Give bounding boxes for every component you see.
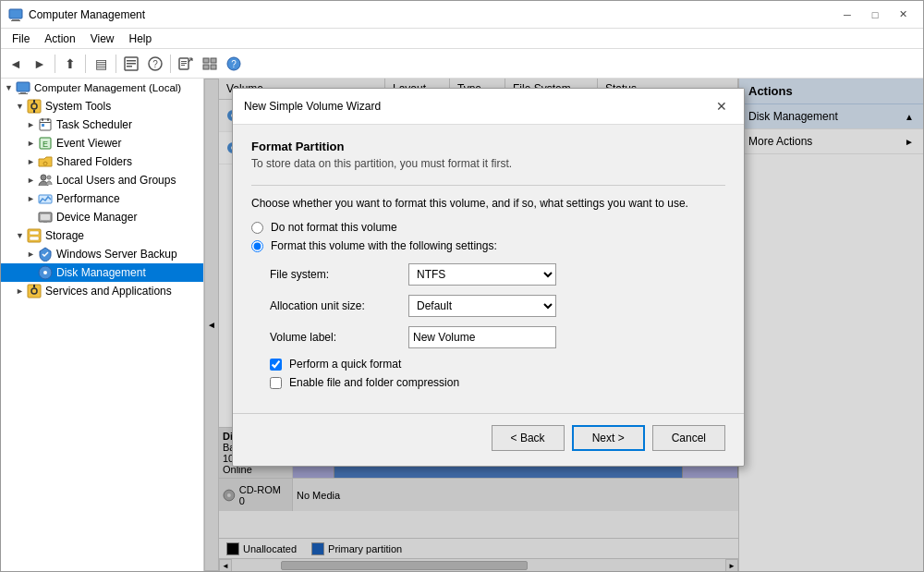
sidebar-item-shared-folders[interactable]: ► Shared Folders <box>1 152 203 171</box>
svg-rect-12 <box>181 65 185 66</box>
export-button[interactable] <box>175 53 197 75</box>
sidebar-item-local-users-groups[interactable]: ► Local Users and Groups <box>1 171 203 189</box>
up-button[interactable]: ⬆ <box>59 53 81 75</box>
svg-rect-39 <box>43 221 47 223</box>
wizard-close-button[interactable]: ✕ <box>711 96 733 116</box>
svg-rect-16 <box>211 65 216 69</box>
sidebar-item-performance[interactable]: ► Performance <box>1 189 203 208</box>
svg-text:?: ? <box>152 59 158 69</box>
wizard-title: New Simple Volume Wizard <box>244 100 711 113</box>
event-viewer-icon: E <box>38 136 53 151</box>
minimize-button[interactable]: ─ <box>834 6 860 24</box>
svg-text:E: E <box>43 140 48 149</box>
tree-arrow-task-scheduler: ► <box>27 120 38 129</box>
modal-overlay: New Simple Volume Wizard ✕ Format Partit… <box>204 79 923 571</box>
compression-checkbox[interactable] <box>270 377 282 389</box>
device-manager-icon <box>38 210 53 225</box>
radio-no-format: Do not format this volume <box>251 221 725 234</box>
sidebar-item-services-applications[interactable]: ► Services and Applications <box>1 282 203 300</box>
svg-rect-30 <box>42 124 44 127</box>
main-window: Computer Management ─ □ ✕ File Action Vi… <box>0 0 924 572</box>
svg-text:?: ? <box>231 59 237 69</box>
back-button-wizard[interactable]: < Back <box>492 425 565 451</box>
allocation-unit-row: Allocation unit size: Default 512 1024 2… <box>251 295 725 317</box>
tree-arrow-device-manager: ► <box>27 213 38 222</box>
svg-rect-0 <box>9 9 22 18</box>
cancel-button-wizard[interactable]: Cancel <box>652 425 725 451</box>
svg-rect-15 <box>203 65 209 69</box>
local-users-icon <box>38 173 53 188</box>
svg-point-34 <box>41 175 46 180</box>
svg-rect-41 <box>30 231 39 235</box>
sidebar-item-task-scheduler[interactable]: ► Task Scheduler <box>1 116 203 134</box>
allocation-unit-select[interactable]: Default 512 1024 2048 4096 <box>408 295 556 317</box>
sidebar-item-disk-management[interactable]: ► Disk Management <box>1 263 203 282</box>
svg-rect-10 <box>181 61 187 62</box>
show-tree-button[interactable]: ▤ <box>90 53 112 75</box>
tree-arrow-performance: ► <box>27 194 38 203</box>
format-label[interactable]: Format this volume with the following se… <box>271 239 497 252</box>
svg-rect-14 <box>211 58 216 63</box>
label-storage: Storage <box>45 229 84 242</box>
toolbar-separator-3 <box>116 55 116 73</box>
tree-arrow-event-viewer: ► <box>27 139 38 148</box>
svg-rect-2 <box>11 20 20 21</box>
view-button[interactable] <box>199 53 221 75</box>
svg-point-44 <box>43 271 47 274</box>
forward-button[interactable]: ► <box>29 53 51 75</box>
quick-format-checkbox[interactable] <box>270 359 282 371</box>
svg-rect-25 <box>33 110 35 113</box>
tree-arrow-wsb: ► <box>27 249 38 259</box>
no-format-radio[interactable] <box>251 222 263 234</box>
performance-icon <box>38 191 53 206</box>
maximize-button[interactable]: □ <box>862 6 888 24</box>
app-icon <box>8 7 23 22</box>
compression-label[interactable]: Enable file and folder compression <box>289 376 459 389</box>
tree-arrow-0: ▼ <box>5 83 16 92</box>
wizard-dialog: New Simple Volume Wizard ✕ Format Partit… <box>232 88 745 467</box>
help2-button[interactable]: ? <box>223 53 245 75</box>
services-applications-icon <box>27 284 42 298</box>
sidebar-item-windows-server-backup[interactable]: ► Windows Server Backup <box>1 245 203 263</box>
menu-help[interactable]: Help <box>122 30 160 47</box>
label-task-scheduler: Task Scheduler <box>56 118 132 131</box>
close-button[interactable]: ✕ <box>890 6 916 24</box>
file-system-select[interactable]: NTFS FAT32 exFAT <box>408 263 556 286</box>
volume-label-input[interactable] <box>408 326 556 348</box>
tree-arrow-services: ► <box>16 286 27 296</box>
menu-view[interactable]: View <box>83 30 122 47</box>
next-button-wizard[interactable]: Next > <box>572 425 645 451</box>
sidebar-item-system-tools[interactable]: ▼ System Tools <box>1 97 203 116</box>
svg-rect-28 <box>47 118 49 121</box>
svg-rect-11 <box>181 63 187 64</box>
tree-arrow-shared-folders: ► <box>27 157 38 166</box>
sidebar-item-device-manager[interactable]: ► Device Manager <box>1 208 203 226</box>
windows-server-backup-icon <box>38 247 53 262</box>
tree-arrow-local-users: ► <box>27 176 38 185</box>
wizard-body: Format Partition To store data on this p… <box>233 125 744 409</box>
label-local-users: Local Users and Groups <box>56 174 176 187</box>
volume-label-row: Volume label: <box>251 326 725 348</box>
shared-folders-icon <box>38 154 53 169</box>
format-radio[interactable] <box>251 240 263 252</box>
sidebar-item-event-viewer[interactable]: ► E Event Viewer <box>1 134 203 152</box>
menu-action[interactable]: Action <box>37 30 82 47</box>
quick-format-label[interactable]: Perform a quick format <box>289 358 401 371</box>
properties-button[interactable] <box>120 53 142 75</box>
file-system-row: File system: NTFS FAT32 exFAT <box>251 263 725 286</box>
sidebar-item-storage[interactable]: ▼ Storage <box>1 226 203 245</box>
sidebar-item-computer-management-local[interactable]: ▼ Computer Management (Local) <box>1 79 203 97</box>
no-format-label[interactable]: Do not format this volume <box>271 221 397 234</box>
quick-format-row: Perform a quick format <box>251 358 725 371</box>
back-button[interactable]: ◄ <box>5 53 27 75</box>
svg-rect-6 <box>127 66 132 67</box>
menu-file[interactable]: File <box>5 30 37 47</box>
label-windows-server-backup: Windows Server Backup <box>56 248 177 261</box>
help-button[interactable]: ? <box>144 53 166 75</box>
toolbar-separator-4 <box>170 55 171 73</box>
label-event-viewer: Event Viewer <box>56 137 121 150</box>
svg-rect-24 <box>33 100 35 103</box>
svg-rect-42 <box>30 237 39 240</box>
wizard-title-bar: New Simple Volume Wizard ✕ <box>233 89 744 125</box>
tree-arrow-system-tools: ▼ <box>16 102 27 111</box>
